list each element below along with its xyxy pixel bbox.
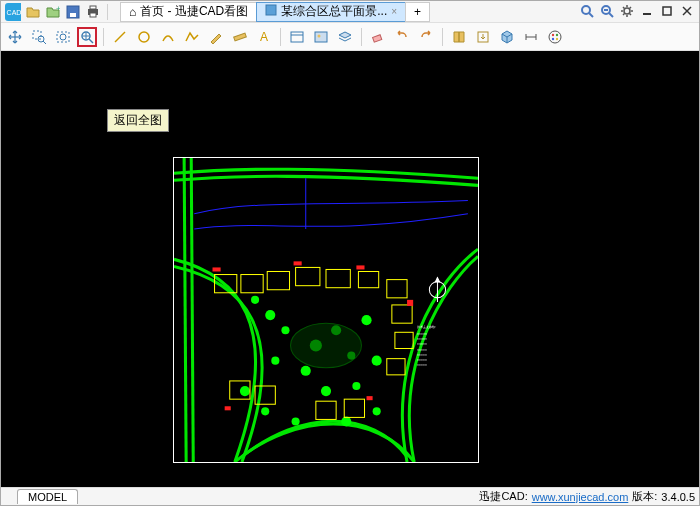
svg-point-51 [556, 33, 558, 35]
svg-point-69 [373, 407, 381, 415]
svg-rect-89 [407, 300, 413, 306]
svg-rect-77 [358, 271, 378, 287]
arc-icon[interactable] [158, 27, 178, 47]
svg-point-33 [60, 34, 66, 40]
svg-point-71 [291, 323, 362, 368]
svg-line-22 [630, 7, 632, 9]
open-file-icon[interactable] [25, 4, 41, 20]
separator [280, 28, 281, 46]
pan-icon[interactable] [5, 27, 25, 47]
zoom-extents-icon[interactable] [77, 27, 97, 47]
status-right: 迅捷CAD: www.xunjiecad.com 版本: 3.4.0.5 [479, 489, 695, 504]
svg-point-49 [549, 31, 561, 43]
svg-point-55 [265, 310, 275, 320]
svg-line-20 [630, 14, 632, 16]
line-icon[interactable] [110, 27, 130, 47]
zoom-out-icon[interactable] [599, 3, 615, 19]
app-logo-icon: CAD [5, 4, 21, 20]
window-icon[interactable] [287, 27, 307, 47]
svg-line-21 [623, 14, 625, 16]
svg-point-37 [139, 32, 149, 42]
save-icon[interactable] [65, 4, 81, 20]
close-window-icon[interactable] [679, 3, 695, 19]
zoom-region-icon[interactable] [53, 27, 73, 47]
print-icon[interactable] [85, 4, 101, 20]
svg-rect-44 [373, 34, 382, 41]
edit-icon[interactable] [206, 27, 226, 47]
svg-point-60 [361, 315, 371, 325]
image-icon[interactable] [311, 27, 331, 47]
redo-icon[interactable] [416, 27, 436, 47]
svg-rect-73 [241, 275, 263, 293]
website-link[interactable]: www.xunjiecad.com [532, 491, 629, 503]
tab-document[interactable]: 某综合区总平面景... × [256, 2, 406, 22]
svg-text:━━━━━: ━━━━━ [416, 337, 427, 341]
svg-point-9 [582, 6, 590, 14]
separator [361, 28, 362, 46]
separator [103, 28, 104, 46]
layers-icon[interactable] [335, 27, 355, 47]
undo-icon[interactable] [392, 27, 412, 47]
svg-rect-87 [294, 261, 302, 265]
svg-rect-81 [387, 359, 405, 375]
close-icon[interactable]: × [391, 6, 397, 17]
svg-rect-42 [315, 32, 327, 42]
separator [442, 28, 443, 46]
brand-label: 迅捷CAD: [479, 489, 527, 504]
toolbar: A [1, 23, 699, 51]
circle-icon[interactable] [134, 27, 154, 47]
version-label: 版本: [632, 489, 657, 504]
drawing-frame: 技术主要参数: ━━━━━ ━━━━━ ━━━━━ ━━━━━ ━━━━━ ━━… [173, 157, 479, 463]
book-icon[interactable] [449, 27, 469, 47]
home-icon: ⌂ [129, 5, 136, 19]
svg-text:A: A [260, 30, 268, 44]
tab-add[interactable]: + [405, 2, 430, 22]
erase-icon[interactable] [368, 27, 388, 47]
text-icon[interactable]: A [254, 27, 274, 47]
svg-rect-86 [213, 267, 221, 271]
tab-home[interactable]: ⌂ 首页 - 迅捷CAD看图 [120, 2, 257, 22]
svg-rect-80 [395, 332, 413, 348]
cad-drawing: 技术主要参数: ━━━━━ ━━━━━ ━━━━━ ━━━━━ ━━━━━ ━━… [174, 158, 478, 462]
svg-point-52 [552, 37, 554, 39]
cube-icon[interactable] [497, 27, 517, 47]
svg-point-56 [281, 326, 289, 334]
tab-bar: ⌂ 首页 - 迅捷CAD看图 某综合区总平面景... × + [120, 2, 429, 22]
svg-line-35 [89, 39, 93, 43]
export-icon[interactable] [473, 27, 493, 47]
drawing-canvas[interactable]: 返回全图 [1, 51, 699, 487]
palette-icon[interactable] [545, 27, 565, 47]
svg-point-14 [624, 8, 630, 14]
svg-line-31 [43, 41, 46, 44]
svg-rect-76 [326, 269, 350, 287]
svg-rect-40 [291, 32, 303, 42]
svg-rect-24 [663, 7, 671, 15]
svg-line-13 [609, 13, 613, 17]
settings-icon[interactable] [619, 3, 635, 19]
svg-point-61 [301, 366, 311, 376]
polyline-icon[interactable] [182, 27, 202, 47]
add-file-icon[interactable]: + [45, 4, 61, 20]
maximize-icon[interactable] [659, 3, 675, 19]
window-controls [579, 3, 695, 19]
svg-text:━━━━━: ━━━━━ [416, 363, 427, 367]
measure-icon[interactable] [230, 27, 250, 47]
svg-rect-6 [90, 6, 96, 9]
tab-label: 首页 - 迅捷CAD看图 [140, 3, 248, 20]
statusbar: MODEL 迅捷CAD: www.xunjiecad.com 版本: 3.4.0… [1, 487, 699, 505]
minimize-icon[interactable] [639, 3, 655, 19]
zoom-window-icon[interactable] [29, 27, 49, 47]
dimension-icon[interactable] [521, 27, 541, 47]
svg-rect-90 [225, 406, 231, 410]
svg-text:━━━━━: ━━━━━ [416, 358, 427, 362]
model-tab[interactable]: MODEL [17, 489, 78, 504]
svg-rect-8 [266, 5, 276, 15]
svg-rect-85 [344, 399, 364, 417]
svg-point-53 [556, 37, 558, 39]
svg-text:━━━━━: ━━━━━ [416, 332, 427, 336]
search-icon[interactable] [579, 3, 595, 19]
svg-point-66 [240, 386, 250, 396]
svg-point-62 [271, 357, 279, 365]
svg-point-50 [552, 33, 554, 35]
svg-point-65 [372, 356, 382, 366]
